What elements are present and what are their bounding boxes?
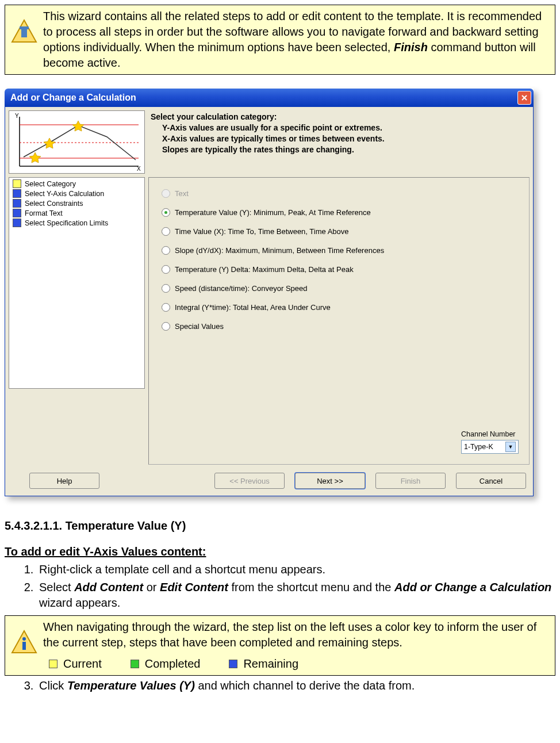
tip-text-bold: Finish <box>394 41 428 53</box>
calc-category-radio[interactable]: Integral (Y*time): Total Heat, Area Unde… <box>162 303 520 312</box>
channel-number-section: Channel Number 1-Type-K ▼ <box>461 430 519 454</box>
radio-label: Temperature Value (Y): Minimum, Peak, At… <box>175 208 371 217</box>
yellow-square-icon <box>49 660 57 668</box>
blue-square-icon <box>13 199 21 208</box>
step-2-b2: Edit Content <box>160 581 228 593</box>
steps-list: Select CategorySelect Y-Axis Calculation… <box>9 177 145 389</box>
svg-rect-17 <box>22 642 26 650</box>
radio-label: Integral (Y*time): Total Heat, Area Unde… <box>175 303 331 312</box>
wizard-step-item[interactable]: Format Text <box>9 208 144 218</box>
chart-preview: Y X <box>9 110 145 174</box>
radio-label: Special Values <box>175 322 224 331</box>
blue-square-icon <box>13 189 21 198</box>
finish-button: Finish <box>375 473 446 489</box>
radio-icon <box>162 284 170 293</box>
info-text-col: When navigating through the wizard, the … <box>43 619 549 672</box>
help-button[interactable]: Help <box>29 473 99 489</box>
legend-remaining-label: Remaining <box>243 656 298 672</box>
tip-icon-container <box>11 9 37 43</box>
instr-line-2: X-Axis values are typically times or tim… <box>151 133 527 144</box>
close-button[interactable] <box>517 91 531 105</box>
channel-value: 1-Type-K <box>464 443 493 451</box>
svg-marker-13 <box>72 121 84 131</box>
tip-text: This wizard contains all the related ste… <box>43 9 549 71</box>
legend-remaining: Remaining <box>229 656 298 672</box>
cancel-button[interactable]: Cancel <box>456 473 526 489</box>
wizard-step-item[interactable]: Select Y-Axis Calculation <box>9 189 144 198</box>
radio-label: Slope (dY/dX): Maximum, Minimum, Between… <box>175 246 384 255</box>
step-2-b3: Add or Change a Calculation <box>394 581 551 593</box>
channel-dropdown[interactable]: 1-Type-K ▼ <box>461 440 519 454</box>
legend-current-label: Current <box>63 656 102 672</box>
green-square-icon <box>131 660 139 668</box>
step-1-text: Right-click a template cell and a shortc… <box>39 563 325 576</box>
tip-note-box: This wizard contains all the related ste… <box>5 5 555 75</box>
step-1: Right-click a template cell and a shortc… <box>37 562 555 577</box>
next-button[interactable]: Next >> <box>295 473 365 489</box>
radio-label: Speed (distance/time): Conveyor Speed <box>175 284 308 293</box>
calc-category-radio[interactable]: Special Values <box>162 322 520 331</box>
svg-text:X: X <box>137 166 141 172</box>
svg-rect-2 <box>20 26 29 29</box>
radio-icon <box>162 265 170 274</box>
step-3-post: and which channel to derive the data fro… <box>195 679 415 692</box>
info-text: When navigating through the wizard, the … <box>43 619 549 650</box>
close-icon <box>521 94 528 101</box>
radio-icon <box>162 303 170 312</box>
calc-category-radio[interactable]: Slope (dY/dX): Maximum, Minimum, Between… <box>162 246 520 255</box>
step-2-post: wizard appears. <box>39 596 120 609</box>
svg-marker-12 <box>44 138 55 148</box>
legend-completed-label: Completed <box>145 656 201 672</box>
instr-line-1: Y-Axis values are usually for a specific… <box>151 122 527 133</box>
blue-square-icon <box>13 209 21 217</box>
radio-icon <box>162 208 170 217</box>
step-2-pre: Select <box>39 581 74 593</box>
dialog-title: Add or Change a Calculation <box>10 93 136 103</box>
info-note-box: When navigating through the wizard, the … <box>5 615 555 676</box>
radio-icon <box>162 189 170 198</box>
dialog-titlebar: Add or Change a Calculation <box>5 89 534 107</box>
radio-group: TextTemperature Value (Y): Minimum, Peak… <box>148 177 530 465</box>
svg-text:Y: Y <box>15 113 19 119</box>
calc-category-radio[interactable]: Temperature Value (Y): Minimum, Peak, At… <box>162 208 520 217</box>
wizard-step-label: Select Y-Axis Calculation <box>25 190 104 198</box>
radio-icon <box>162 246 170 255</box>
legend-completed: Completed <box>131 656 201 672</box>
wizard-step-label: Select Category <box>25 180 76 188</box>
wizard-step-item[interactable]: Select Specification Limits <box>9 218 144 228</box>
instruction-steps-cont: Click Temperature Values (Y) and which c… <box>5 678 555 694</box>
step-3-b: Temperature Values (Y) <box>67 679 195 692</box>
radio-label: Temperature (Y) Delta: Maximum Delta, De… <box>175 265 354 274</box>
radio-icon <box>162 322 170 331</box>
wizard-step-item[interactable]: Select Constraints <box>9 198 144 208</box>
info-icon-container <box>11 619 37 654</box>
wizard-step-item[interactable]: Select Category <box>9 179 144 189</box>
section-number-title: 5.4.3.2.1.1. Temperature Value (Y) <box>5 519 555 533</box>
instr-heading: Select your calculation category: <box>151 112 527 122</box>
channel-label: Channel Number <box>461 430 519 438</box>
instruction-text: Select your calculation category: Y-Axis… <box>148 110 530 174</box>
wizard-step-label: Format Text <box>25 209 63 217</box>
dropdown-arrow-icon: ▼ <box>505 442 516 452</box>
step-2: Select Add Content or Edit Content from … <box>37 580 555 611</box>
calc-category-radio[interactable]: Time Value (X): Time To, Time Between, T… <box>162 227 520 236</box>
calc-category-radio[interactable]: Speed (distance/time): Conveyor Speed <box>162 284 520 293</box>
warning-t-icon <box>11 19 37 43</box>
step-2-mid: or <box>143 581 160 593</box>
step-3-pre: Click <box>39 679 67 692</box>
radio-label: Time Value (X): Time To, Time Between, T… <box>175 227 349 236</box>
dialog-body: Y X Select your calculation category: Y-… <box>5 107 534 496</box>
step-2-mid2: from the shortcut menu and the <box>228 581 394 593</box>
legend-current: Current <box>49 656 102 672</box>
step-3: Click Temperature Values (Y) and which c… <box>37 678 555 694</box>
color-legend: Current Completed Remaining <box>43 656 549 672</box>
instruction-steps: Right-click a template cell and a shortc… <box>5 562 555 611</box>
radio-icon <box>162 227 170 236</box>
calc-category-radio[interactable]: Temperature (Y) Delta: Maximum Delta, De… <box>162 265 520 274</box>
yellow-square-icon <box>13 179 21 188</box>
calc-category-radio: Text <box>162 189 520 198</box>
radio-label: Text <box>175 189 189 198</box>
svg-point-16 <box>22 637 26 641</box>
blue-square-icon <box>13 219 21 227</box>
svg-marker-14 <box>29 152 41 163</box>
